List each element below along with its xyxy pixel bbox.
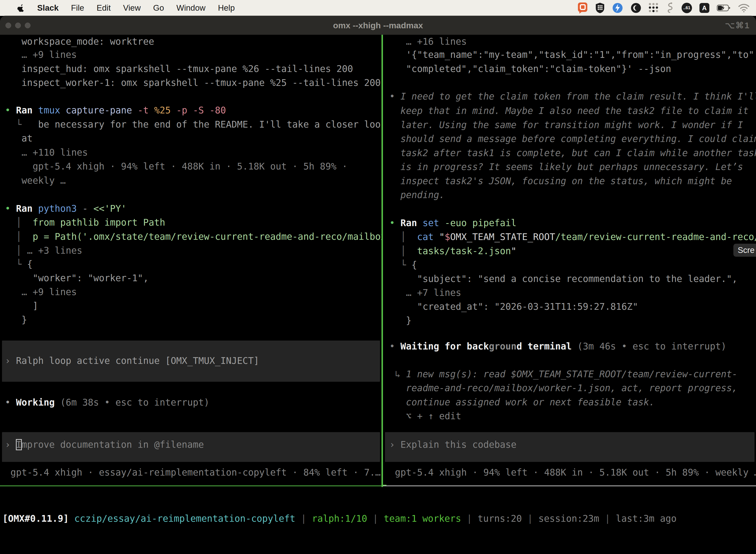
apple-menu-icon[interactable]: [17, 3, 25, 12]
battery-icon[interactable]: [717, 3, 731, 13]
terminal-row: }: [389, 314, 755, 328]
terminal-row: '{"team_name":"my-team","task_id":"1","f…: [389, 48, 755, 62]
count-badge-icon[interactable]: ..61: [682, 3, 692, 13]
model-status-line: gpt-5.4 xhigh · essay/ai-reimplementatio…: [5, 466, 380, 480]
menu-go[interactable]: Go: [153, 3, 164, 13]
terminal-row: │ p = Path('.omx/state/team/review-curre…: [5, 230, 380, 244]
terminal-row: workspace_mode: worktree: [5, 35, 380, 49]
terminal-row: ↳ 1 new msg(s): read $OMX_TEAM_STATE_ROO…: [389, 367, 755, 382]
terminal-row: … +110 lines: [5, 146, 380, 160]
a-badge-icon[interactable]: A: [699, 3, 709, 13]
terminal-row: • Ran set -euo pipefail: [389, 216, 755, 230]
terminal-row: "created_at": "2026-03-31T11:59:27.816Z": [389, 300, 755, 314]
window-shortcut-hint: ⌥⌘1: [725, 16, 750, 35]
bolt-circle-icon[interactable]: [612, 3, 623, 13]
terminal-row: … +9 lines: [5, 48, 380, 62]
terminal-row: • Ran tmux capture-pane -t %25 -p -S -80: [5, 104, 380, 118]
crescent-circle-icon[interactable]: [630, 3, 641, 13]
terminal-row: is in progress? It seems likely but perh…: [389, 160, 755, 174]
prompt-placeholder: › Explain this codebase: [389, 438, 755, 452]
terminal-window: omx --xhigh --madmax ⌥⌘1 workspace_mode:…: [0, 16, 756, 554]
terminal-row: "completed","claim_token":"claim-token"}…: [389, 62, 755, 76]
dots-grid-icon[interactable]: [649, 3, 658, 13]
ralph-loop-notice: › Ralph loop active continue [OMX_TMUX_I…: [5, 354, 380, 368]
tmux-pane-right[interactable]: … +16 lines '{"team_name":"my-team","tas…: [383, 35, 756, 486]
terminal-row: readme-and-reco/mailbox/worker-1.json, a…: [389, 381, 755, 395]
terminal-row: "worker": "worker-1",: [5, 271, 380, 285]
terminal-row: └ {: [389, 258, 755, 272]
working-status: • Working (6m 38s • esc to interrupt): [5, 396, 380, 410]
quip-chat-icon[interactable]: [577, 3, 588, 13]
terminal-row: pending.: [389, 188, 755, 202]
terminal-row: └ {: [5, 258, 380, 272]
menu-edit[interactable]: Edit: [97, 3, 111, 13]
terminal-row: … +7 lines: [389, 286, 755, 300]
terminal-row: inspect_hud: omx sparkshell --tmux-pane …: [5, 62, 380, 76]
terminal-row: │ tasks/task-2.json": [389, 244, 755, 258]
terminal-row: should send a message before completing …: [389, 132, 755, 146]
terminal-row: │ from pathlib import Path: [5, 216, 380, 230]
terminal-row: • Ran python3 - <<'PY': [5, 202, 380, 216]
prompt-placeholder: › Improve documentation in @filename: [5, 438, 380, 452]
terminal-row: continue assigned work or next feasible …: [389, 395, 755, 409]
terminal-row: … +9 lines: [5, 285, 380, 299]
shield-grid-icon[interactable]: [595, 3, 605, 13]
terminal-row: }: [5, 313, 380, 327]
terminal-row: keep that in mind. Maybe I also need the…: [389, 104, 755, 118]
terminal-row: inspect_worker-1: omx sparkshell --tmux-…: [5, 76, 380, 90]
wifi-icon[interactable]: [738, 3, 750, 13]
menu-file[interactable]: File: [71, 3, 84, 13]
terminal-row: • I need to get the claim token from the…: [389, 90, 755, 104]
window-title: omx --xhigh --madmax: [0, 16, 756, 35]
terminal-content: workspace_mode: worktree … +9 lines insp…: [0, 35, 756, 554]
screenshot-tooltip: Scre: [734, 244, 756, 257]
terminal-row: at: [5, 131, 380, 146]
menu-help[interactable]: Help: [218, 3, 235, 13]
terminal-row: │ cat "$OMX_TEAM_STATE_ROOT/team/review-…: [389, 230, 755, 244]
menu-view[interactable]: View: [123, 3, 141, 13]
terminal-row: weekly …: [5, 174, 380, 188]
tmux-pane-left[interactable]: workspace_mode: worktree … +9 lines insp…: [0, 35, 381, 486]
terminal-row: gpt-5.4 xhigh · 94% left · 488K in · 5.1…: [5, 160, 380, 174]
model-status-line: gpt-5.4 xhigh · 94% left · 488K in · 5.1…: [389, 466, 755, 480]
title-bar: omx --xhigh --madmax ⌥⌘1: [0, 16, 756, 35]
menu-window[interactable]: Window: [176, 3, 205, 13]
terminal-row: task2 after task1 is complete, but can I…: [389, 146, 755, 160]
menu-slack[interactable]: Slack: [37, 3, 59, 13]
snake-icon[interactable]: [666, 3, 674, 13]
terminal-row: inspect task2's JSON, focusing on the st…: [389, 174, 755, 188]
terminal-row: later. Using the same for transition mig…: [389, 118, 755, 132]
macos-menu-bar: Slack File Edit View Go Window Help ..61…: [0, 0, 756, 16]
waiting-status: • Waiting for background terminal (3m 46…: [389, 340, 755, 354]
terminal-row: … +16 lines: [389, 35, 755, 49]
omx-status-line: [OMX#0.11.9] cczip/essay/ai-reimplementa…: [2, 512, 677, 526]
terminal-row: └ be necessary for the end of the README…: [5, 118, 380, 132]
terminal-row: "subject": "send a concise recommendatio…: [389, 272, 755, 286]
terminal-row: │ … +3 lines: [5, 244, 380, 258]
edit-hint: ⌥ + ↑ edit: [389, 409, 755, 424]
terminal-row: ]: [5, 299, 380, 313]
